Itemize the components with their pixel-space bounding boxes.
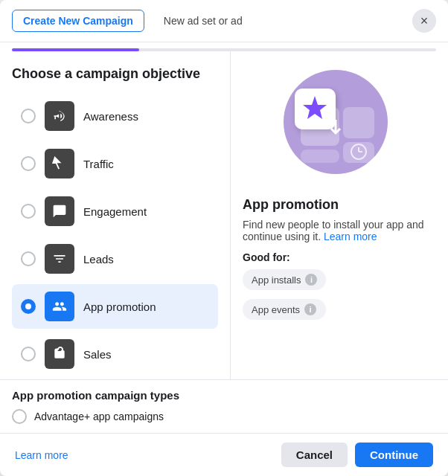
campaign-modal: Create New Campaign New ad set or ad × C… bbox=[0, 0, 448, 476]
radio-leads bbox=[21, 251, 36, 266]
megaphone-icon bbox=[52, 109, 67, 123]
learn-more-link-detail[interactable]: Learn more bbox=[324, 231, 377, 242]
campaign-types-title: App promotion campaign types bbox=[12, 389, 436, 402]
modal-header: Create New Campaign New ad set or ad × bbox=[0, 0, 448, 42]
radio-sales bbox=[21, 347, 36, 361]
radio-awareness bbox=[21, 109, 36, 123]
awareness-icon-box bbox=[45, 101, 74, 131]
chat-icon bbox=[52, 204, 67, 219]
objective-traffic[interactable]: Traffic bbox=[12, 141, 218, 186]
new-ad-set-tab[interactable]: New ad set or ad bbox=[153, 10, 253, 31]
footer-learn-more-link[interactable]: Learn more bbox=[15, 449, 68, 461]
good-for-label: Good for: bbox=[243, 251, 290, 263]
create-campaign-tab[interactable]: Create New Campaign bbox=[12, 10, 144, 32]
close-button[interactable]: × bbox=[412, 9, 436, 33]
section-title: Choose a campaign objective bbox=[12, 66, 218, 82]
sales-icon-box bbox=[45, 339, 74, 369]
radio-campaign-type bbox=[12, 409, 27, 424]
objectives-panel: Choose a campaign objective Awareness Tr… bbox=[0, 51, 231, 379]
footer-actions: Cancel Continue bbox=[281, 443, 433, 467]
badges-list: App installs i App events i bbox=[243, 269, 326, 326]
detail-description: Find new people to install your app and … bbox=[243, 219, 436, 242]
funnel-icon bbox=[52, 251, 67, 266]
radio-traffic bbox=[21, 156, 36, 171]
campaign-type-label: Advantage+ app campaigns bbox=[34, 411, 164, 422]
app-promotion-label: App promotion bbox=[83, 300, 156, 313]
svg-rect-4 bbox=[301, 149, 339, 163]
cancel-button[interactable]: Cancel bbox=[281, 443, 348, 467]
objective-awareness[interactable]: Awareness bbox=[12, 94, 218, 138]
progress-bar-container bbox=[0, 42, 448, 51]
app-promotion-icon-box bbox=[45, 292, 74, 321]
app-promotion-illustration bbox=[280, 66, 399, 185]
traffic-label: Traffic bbox=[83, 158, 114, 170]
sales-label: Sales bbox=[83, 348, 112, 361]
info-icon-app-events[interactable]: i bbox=[304, 303, 316, 315]
illustration-svg bbox=[280, 66, 391, 178]
svg-rect-2 bbox=[343, 107, 374, 138]
users-icon bbox=[52, 299, 67, 314]
continue-button[interactable]: Continue bbox=[355, 443, 433, 467]
briefcase-icon bbox=[52, 347, 67, 361]
leads-icon-box bbox=[45, 244, 74, 274]
awareness-label: Awareness bbox=[83, 110, 138, 123]
radio-app-promotion bbox=[21, 299, 36, 314]
engagement-icon-box bbox=[45, 196, 74, 226]
badge-app-installs: App installs i bbox=[243, 269, 326, 290]
engagement-label: Engagement bbox=[83, 205, 147, 218]
objective-sales[interactable]: Sales bbox=[12, 332, 218, 376]
traffic-icon-box bbox=[45, 149, 74, 178]
bottom-section: App promotion campaign types Advantage+ … bbox=[0, 379, 448, 433]
leads-label: Leads bbox=[83, 253, 114, 266]
cursor-icon bbox=[52, 156, 67, 171]
objective-app-promotion[interactable]: App promotion bbox=[12, 284, 218, 329]
objective-leads[interactable]: Leads bbox=[12, 237, 218, 281]
badge-app-events: App events i bbox=[243, 299, 326, 320]
modal-body: Choose a campaign objective Awareness Tr… bbox=[0, 51, 448, 379]
objective-engagement[interactable]: Engagement bbox=[12, 189, 218, 234]
detail-title: App promotion bbox=[243, 197, 339, 213]
radio-engagement bbox=[21, 204, 36, 219]
campaign-type-item[interactable]: Advantage+ app campaigns bbox=[12, 409, 436, 424]
info-icon-app-installs[interactable]: i bbox=[305, 274, 317, 286]
modal-footer: Learn more Cancel Continue bbox=[0, 433, 448, 476]
detail-panel: App promotion Find new people to install… bbox=[231, 51, 448, 379]
